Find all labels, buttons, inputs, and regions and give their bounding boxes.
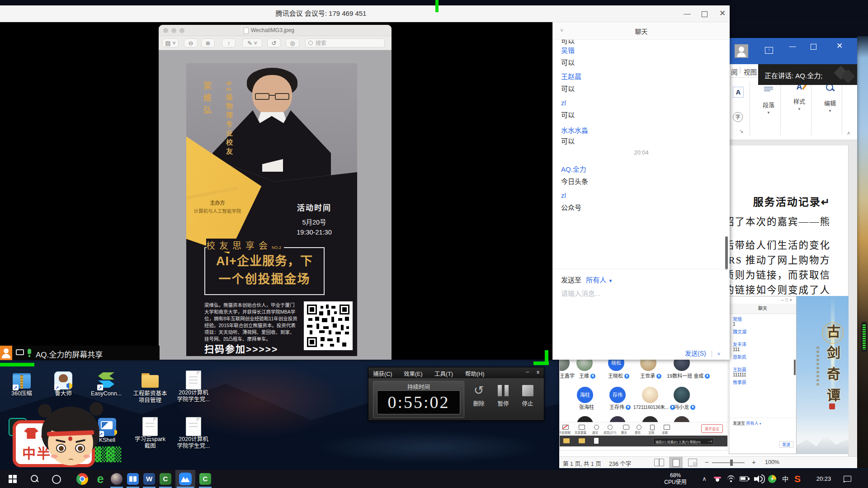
menu-help[interactable]: 帮助(H) [465,369,484,378]
taskbar-word[interactable]: W [141,470,157,488]
desktop-icon-360zip[interactable]: ➚ 360压缩 [0,371,43,397]
tray-clock[interactable]: 20:23 [810,470,837,488]
menu-tools[interactable]: 工具(T) [434,369,453,378]
sidebar-view-button[interactable]: ▤ ˅ [162,38,179,47]
menu-capture[interactable]: 捕获(C) [373,369,392,378]
mini-chat-msg: 111 [733,347,740,352]
mouth [68,459,74,462]
word-close-button[interactable]: ✕ [830,38,849,54]
word-restore-button[interactable] [811,44,816,50]
timer-close-button[interactable]: x [537,369,539,375]
tray-360-safety-icon[interactable]: + [766,470,778,488]
taskbar-app-round[interactable] [108,470,125,488]
mac-zoom-icon[interactable] [179,28,184,33]
word-count[interactable]: 236 个字 [609,459,631,468]
taskbar-camtasia-2[interactable]: C [197,470,213,488]
delete-button[interactable]: ↺ 删除 [469,383,489,408]
tray-expand-chevron[interactable]: ∧ [699,470,710,488]
meeting-close-button[interactable]: ✕ [713,5,731,22]
preview-titlebar[interactable]: WechatIMG3.jpeg [159,25,392,36]
chat-scrollbar-thumb[interactable] [725,236,728,270]
tray-battery-icon[interactable] [738,470,751,488]
dialog-launcher-icon[interactable]: ↘ [739,128,743,134]
timer-titlebar[interactable]: 捕获(C) 效果(E) 工具(T) 帮助(H) – x [368,367,544,378]
tray-ime-indicator[interactable]: 中 [779,470,791,488]
word-account-avatar[interactable] [735,44,748,58]
web-layout-icon[interactable] [688,459,697,466]
read-mode-icon[interactable] [654,459,664,466]
tab-review-partial[interactable]: 阅 [731,67,738,76]
taskbar-tencent-meeting-active[interactable] [175,470,195,488]
tray-volume-icon[interactable] [751,470,766,488]
taskbar-search-button[interactable] [25,470,43,488]
zoom-in-button[interactable]: ⊕ [201,38,215,47]
hair-bun-right [90,402,103,416]
action-center-button[interactable] [840,470,855,488]
osd-level-bar [863,324,866,350]
page-indicator[interactable]: 第 1 页, 共 1 页 [563,459,601,468]
desktop-icon-doc-spark[interactable]: 学习云spark 截图 [128,417,172,450]
desktop-icon-doc-party1[interactable]: 2020计算机 学院学生党... [172,371,215,403]
chat-input[interactable]: 请输入消息... [561,288,601,298]
send-button[interactable]: 发送(S) [685,350,706,357]
collapse-ribbon-icon[interactable]: ∧ [847,130,850,136]
word-minimize-button[interactable]: — [783,38,802,54]
ribbon-group-editing[interactable]: 编辑 ▼ [817,82,843,113]
meeting-titlebar[interactable]: 腾讯会议 会议号: 179 469 451 — ✕ [0,5,730,22]
blush-right [83,455,90,458]
zoom-slider-track[interactable] [712,462,745,463]
tab-view[interactable]: 视图 [744,67,757,76]
docs-icon [650,425,655,430]
zoom-out-button[interactable]: ⊖ [184,38,198,47]
send-options-chevron-icon[interactable]: ˅ [717,351,720,357]
markup-circle-button[interactable]: ◎ [286,38,299,47]
zoom-in-button[interactable]: + [752,458,756,466]
zoom-slider-thumb[interactable] [730,460,733,466]
cpu-monitor-widget[interactable]: 68% CPU使用 [655,472,696,488]
meeting-maximize-button[interactable] [702,11,708,17]
chat-sender[interactable]: zl [561,99,566,107]
rotate-button[interactable]: ↺ [267,38,281,47]
taskbar-360-browser[interactable]: e [92,470,108,488]
font-settings-icon[interactable]: A [733,87,744,98]
menu-effects[interactable]: 效果(E) [404,369,423,378]
eye-left [56,444,66,453]
chat-sender[interactable]: 水水水淼 [561,125,588,135]
stop-button[interactable]: 停止 [518,383,538,408]
ribbon-display-options-icon[interactable]: ↑ [765,47,773,54]
phonetic-guide-icon[interactable]: 字 [733,112,743,122]
tray-qq-icon[interactable] [712,470,723,488]
timer-minimize-button[interactable]: – [526,368,529,375]
desktop-icon-easyconnect[interactable]: ➚ EasyConn... [85,371,128,397]
mac-close-icon[interactable] [163,28,168,33]
cortana-button[interactable] [47,470,65,488]
search-field[interactable]: 搜索 [305,38,385,47]
zoom-level[interactable]: 100% [765,459,779,465]
markup-pen-button[interactable]: ✎ ˅ [242,38,262,47]
ribbon-group-styles[interactable]: A 样式 ▼ [786,82,812,111]
caret-down-icon[interactable]: ▼ [608,278,613,283]
meeting-minimize-button[interactable]: — [678,5,696,22]
taskbar-camtasia-1[interactable]: C [157,470,174,488]
chat-sender[interactable]: AQ.全力 [561,164,586,174]
taskbar-reader-app[interactable] [125,470,141,488]
taskbar-chrome[interactable] [74,470,90,488]
chat-sender[interactable]: 王赵晨 [561,71,581,81]
mac-minimize-icon[interactable] [171,28,176,33]
send-to-selector[interactable]: 所有人 [586,276,606,284]
sticker-clothes-icon [24,428,38,439]
chat-sender[interactable]: 吴锴 [561,45,575,55]
tray-sogou-icon[interactable]: S [791,470,804,488]
desktop-icon-folder-project[interactable]: 工程薪资基本 项目管理 [128,371,172,404]
print-layout-icon[interactable] [669,457,683,468]
desktop-icon-doc-party2[interactable]: 2020计算机 学院学生党... [172,417,215,450]
chat-sender[interactable]: zl [561,192,566,199]
tray-wifi-icon[interactable] [724,470,738,488]
zoom-out-button[interactable]: − [705,458,709,466]
desktop-icon-ludashi[interactable]: ➚ 鲁大师 [42,371,85,397]
pause-button[interactable]: 暂停 [493,383,513,408]
start-button[interactable] [4,470,22,488]
poster-organizer: 主办方 计算机与人工智能学院 [188,199,247,214]
share-button[interactable]: ↑ [222,38,236,47]
ribbon-group-paragraph[interactable]: 段落 ▼ [755,82,782,115]
